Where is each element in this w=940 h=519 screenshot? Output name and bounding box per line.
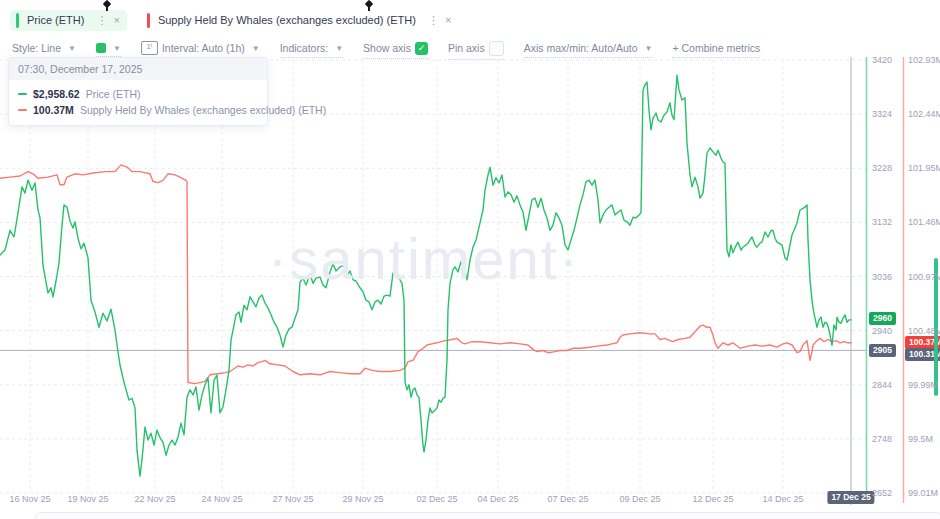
tooltip-timestamp: 07:30, December 17, 2025	[9, 58, 267, 80]
checkmark-icon: ✓	[418, 43, 426, 53]
supply-axis-tick: 101.95M	[908, 163, 940, 173]
date-axis-tick: 04 Dec 25	[477, 494, 518, 504]
tab-label: Price (ETH)	[27, 14, 84, 26]
chart-area[interactable]: ·santiment· 07:30, December 17, 2025 $2,…	[0, 55, 940, 519]
series-dash-icon	[18, 93, 27, 95]
price-current-badge: 2960	[869, 312, 896, 325]
tooltip-supply-value: 100.37M	[33, 104, 74, 116]
date-axis-tick: 29 Nov 25	[342, 494, 383, 504]
interval-icon: 1ᵗ	[141, 41, 158, 55]
series-dash-icon	[18, 109, 27, 111]
supply-axis-tick: 99.01M	[908, 488, 938, 498]
price-axis-tick: 3420	[872, 55, 892, 65]
date-axis-tick: 27 Nov 25	[272, 494, 313, 504]
supply-axis-tick: 99.99M	[908, 380, 938, 390]
supply-axis-tick: 100.48M	[908, 326, 940, 336]
close-icon[interactable]: ×	[113, 15, 119, 26]
date-axis-tick: 14 Dec 25	[762, 494, 803, 504]
tab-label: Supply Held By Whales (exchanges exclude…	[158, 14, 416, 26]
chart-tooltip: 07:30, December 17, 2025 $2,958.62 Price…	[8, 57, 268, 126]
supply-axis-tick: 102.44M	[908, 109, 940, 119]
tooltip-row-supply: 100.37M Supply Held By Whales (exchanges…	[9, 102, 267, 118]
checkbox-checked[interactable]: ✓	[415, 42, 428, 55]
crosshair-price-badge: 2905	[869, 344, 896, 357]
price-axis-tick: 3132	[872, 217, 892, 227]
date-axis-tick: 12 Dec 25	[692, 494, 733, 504]
tooltip-price-label: Price (ETH)	[86, 88, 141, 100]
date-axis-tick: 24 Nov 25	[201, 494, 242, 504]
price-axis-tick: 2940	[872, 326, 892, 336]
date-axis-tick: 02 Dec 25	[416, 494, 457, 504]
supply-axis-tick: 100.97M	[908, 272, 940, 282]
supply-axis-tick: 101.46M	[908, 217, 940, 227]
chevron-down-icon: ▼	[252, 44, 260, 53]
tab-color-bar	[16, 13, 19, 28]
supply-axis-tick: 102.93M	[908, 55, 940, 65]
tab-color-bar	[147, 13, 150, 28]
date-axis-tick: 07 Dec 25	[547, 494, 588, 504]
santiment-watermark: ·santiment·	[268, 225, 580, 292]
chevron-down-icon: ▼	[113, 44, 121, 53]
price-axis-tick: 3036	[872, 272, 892, 282]
pin-marker-icon	[103, 0, 111, 14]
show-axis-label: Show axis	[363, 42, 411, 54]
chevron-down-icon: ▼	[335, 44, 343, 53]
supply-axis-tick: 99.5M	[908, 434, 933, 444]
pin-marker-icon	[365, 0, 373, 14]
style-label: Style: Line	[12, 42, 61, 54]
price-axis-tick: 3228	[872, 163, 892, 173]
price-axis-tick: 2748	[872, 434, 892, 444]
tooltip-row-price: $2,958.62 Price (ETH)	[9, 86, 267, 102]
tooltip-price-value: $2,958.62	[33, 88, 80, 100]
date-axis-tick: 19 Nov 25	[67, 494, 108, 504]
kebab-menu-icon[interactable]: ⋮	[428, 15, 439, 26]
indicators-label: Indicators:	[280, 42, 328, 54]
crosshair-date-badge: 17 Dec 25	[827, 491, 874, 504]
pin-axis-label: Pin axis	[448, 42, 485, 54]
chart-preview-strip[interactable]	[35, 512, 940, 519]
date-axis-tick: 16 Nov 25	[9, 494, 50, 504]
color-swatch	[96, 43, 106, 53]
date-axis-tick: 22 Nov 25	[134, 494, 175, 504]
chevron-down-icon: ▼	[68, 44, 76, 53]
interval-label: Interval: Auto (1h)	[162, 42, 245, 54]
metric-tabs-row: Price (ETH) ⋮ × Supply Held By Whales (e…	[0, 0, 940, 36]
close-icon[interactable]: ×	[445, 15, 451, 26]
price-axis-tick: 2652	[872, 488, 892, 498]
tooltip-supply-label: Supply Held By Whales (exchanges exclude…	[80, 104, 326, 116]
kebab-menu-icon[interactable]: ⋮	[96, 15, 107, 26]
tab-supply-held-by-whales[interactable]: Supply Held By Whales (exchanges exclude…	[141, 10, 458, 31]
price-axis-tick: 2844	[872, 380, 892, 390]
price-axis-tick: 3324	[872, 109, 892, 119]
combine-metrics-label: + Combine metrics	[672, 42, 760, 54]
date-axis-tick: 09 Dec 25	[619, 494, 660, 504]
chevron-down-icon: ▼	[645, 44, 653, 53]
axis-maxmin-label: Axis max/min: Auto/Auto	[524, 42, 638, 54]
checkbox-unchecked[interactable]	[489, 41, 504, 56]
